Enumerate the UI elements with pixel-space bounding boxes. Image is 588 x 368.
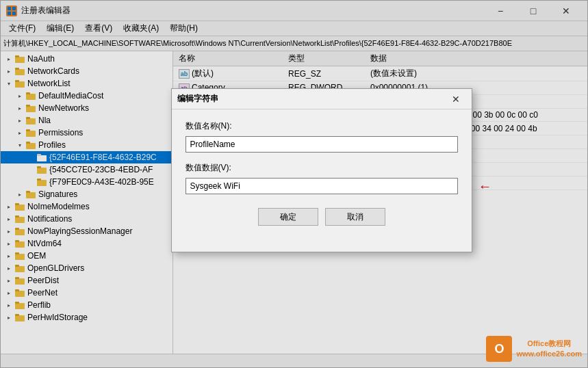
dialog-buttons: 确定 取消 [186,208,458,226]
dialog-title-bar: 编辑字符串 ✕ [172,89,472,109]
office-line1: Office教程网 [516,339,582,349]
data-input[interactable] [186,178,458,194]
dialog-body: 数值名称(N): 数值数据(V): ← 确定 取消 [172,109,472,237]
cancel-button[interactable]: 取消 [325,208,385,226]
data-label: 数值数据(V): [186,162,458,174]
name-input[interactable] [186,136,458,153]
dialog-overlay: 编辑字符串 ✕ 数值名称(N): 数值数据(V): ← 确定 取消 [1,1,587,367]
office-line2: www.office26.com [516,349,582,359]
office-info: Office教程网 www.office26.com [516,339,582,360]
edit-string-dialog: 编辑字符串 ✕ 数值名称(N): 数值数据(V): ← 确定 取消 [171,88,472,252]
office-logo: O [486,336,512,362]
name-label: 数值名称(N): [186,120,458,132]
office-watermark: O Office教程网 www.office26.com [486,336,582,362]
ok-button[interactable]: 确定 [258,208,318,226]
main-window: 注册表编辑器 − □ ✕ 文件(F) 编辑(E) 查看(V) 收藏夹(A) 帮助… [0,0,588,368]
arrow-icon: ← [478,179,492,194]
dialog-close-button[interactable]: ✕ [446,90,466,109]
dialog-title: 编辑字符串 [177,93,446,105]
